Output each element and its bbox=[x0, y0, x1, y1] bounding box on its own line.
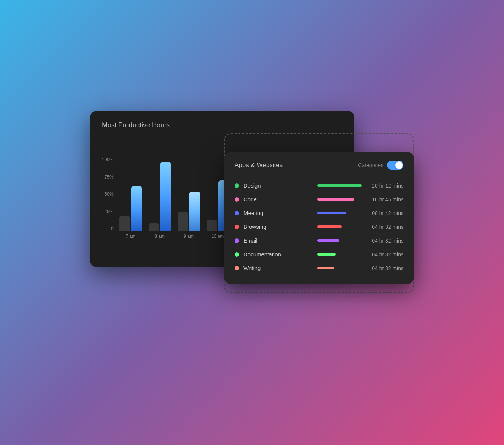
cat-time-design: 20 hr 12 mins bbox=[366, 183, 403, 189]
cat-bar-container-design bbox=[317, 184, 362, 187]
bar-blue-8am bbox=[160, 162, 171, 231]
dot-browsing bbox=[235, 225, 239, 229]
category-row-writing: Writing 04 hr 32 mins bbox=[235, 261, 403, 275]
category-row-email: Email 04 hr 32 mins bbox=[235, 234, 403, 247]
cat-bar-container-documentation bbox=[317, 253, 362, 256]
categories-label: Categories bbox=[358, 162, 383, 168]
cat-time-browsing: 04 hr 32 mins bbox=[366, 224, 403, 230]
toggle-knob bbox=[395, 161, 403, 169]
bar-dim-10am bbox=[207, 220, 217, 231]
category-row-documentation: Documentation 04 hr 32 mins bbox=[235, 247, 403, 261]
cat-time-email: 04 hr 32 mins bbox=[366, 238, 403, 244]
cat-time-documentation: 04 hr 32 mins bbox=[366, 252, 403, 257]
header-right: Categories bbox=[358, 161, 403, 170]
apps-card-header: Apps & Websites Categories bbox=[235, 161, 403, 170]
dot-documentation bbox=[235, 252, 239, 257]
apps-card: Apps & Websites Categories Design 20 hr … bbox=[224, 152, 414, 284]
bar-dim-8am bbox=[149, 223, 159, 231]
cat-bar-container-meeting bbox=[317, 212, 362, 214]
dot-meeting bbox=[235, 211, 239, 215]
category-row-design: Design 20 hr 12 mins bbox=[235, 179, 403, 192]
cat-name-writing: Writing bbox=[243, 265, 313, 271]
category-row-browsing: Browsing 04 hr 32 mins bbox=[235, 220, 403, 234]
cat-bar-container-email bbox=[317, 239, 362, 242]
cat-name-design: Design bbox=[243, 182, 313, 189]
cards-wrapper: Most Productive Hours 100% 75% 50% 25% 0… bbox=[90, 111, 414, 334]
bar-group-8am: 8 am bbox=[149, 156, 171, 239]
bar-label-7am: 7 am bbox=[125, 234, 135, 239]
y-axis: 100% 75% 50% 25% 0 bbox=[102, 157, 114, 239]
y-label-100: 100% bbox=[102, 157, 114, 162]
bar-label-10am: 10 am bbox=[211, 234, 224, 239]
cat-name-code: Code bbox=[243, 196, 313, 202]
chart-title: Most Productive Hours bbox=[102, 121, 342, 129]
cat-time-code: 16 hr 45 mins bbox=[366, 196, 403, 202]
cat-bar-email bbox=[317, 239, 339, 242]
bar-blue-7am bbox=[131, 186, 142, 231]
cat-bar-design bbox=[317, 184, 362, 187]
cat-bar-code bbox=[317, 198, 354, 201]
bar-group-7am: 7 am bbox=[119, 156, 142, 239]
bar-label-8am: 8 am bbox=[154, 234, 165, 239]
cat-bar-documentation bbox=[317, 253, 336, 256]
dot-design bbox=[235, 183, 239, 188]
cat-name-browsing: Browsing bbox=[243, 224, 313, 230]
y-label-25: 25% bbox=[102, 209, 114, 214]
category-row-meeting: Meeting 08 hr 42 mins bbox=[235, 206, 403, 220]
cat-time-meeting: 08 hr 42 mins bbox=[366, 210, 403, 216]
bar-dim-7am bbox=[119, 216, 130, 231]
y-label-50: 50% bbox=[102, 192, 114, 197]
cat-bar-writing bbox=[317, 267, 334, 269]
bar-dim-9am bbox=[178, 212, 188, 231]
apps-card-title: Apps & Websites bbox=[235, 161, 283, 169]
y-label-0: 0 bbox=[102, 226, 114, 231]
bar-label-9am: 9 am bbox=[184, 234, 194, 239]
cat-name-meeting: Meeting bbox=[243, 210, 313, 216]
cat-bar-container-browsing bbox=[317, 225, 362, 228]
cat-bar-meeting bbox=[317, 212, 346, 214]
categories-toggle[interactable] bbox=[387, 161, 403, 170]
cat-bar-container-code bbox=[317, 198, 362, 201]
dot-code bbox=[235, 197, 239, 202]
cat-name-email: Email bbox=[243, 237, 313, 244]
cat-name-documentation: Documentation bbox=[243, 251, 313, 257]
bar-group-9am: 9 am bbox=[178, 156, 200, 239]
dot-email bbox=[235, 238, 239, 243]
cat-bar-container-writing bbox=[317, 267, 362, 269]
bar-blue-9am bbox=[189, 192, 200, 231]
category-list: Design 20 hr 12 mins Code 16 hr 45 mins … bbox=[235, 179, 403, 275]
category-row-code: Code 16 hr 45 mins bbox=[235, 192, 403, 206]
cat-time-writing: 04 hr 32 mins bbox=[366, 265, 403, 271]
y-label-75: 75% bbox=[102, 175, 114, 180]
dot-writing bbox=[235, 266, 239, 270]
cat-bar-browsing bbox=[317, 225, 342, 228]
